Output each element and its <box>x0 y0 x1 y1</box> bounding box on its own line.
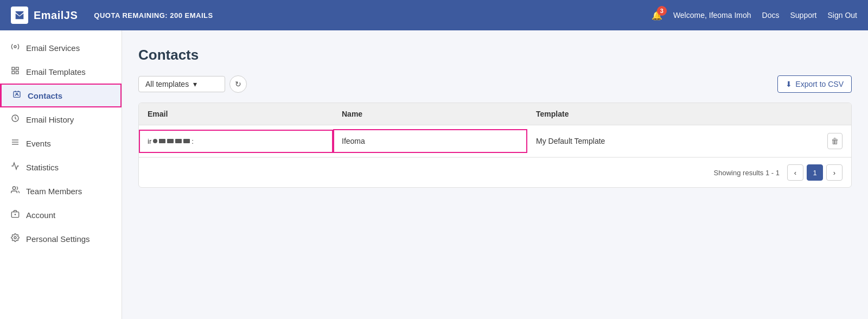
svg-point-12 <box>12 187 15 189</box>
contact-template: My Default Template <box>527 129 819 153</box>
svg-rect-4 <box>16 71 18 74</box>
svg-point-16 <box>14 237 16 239</box>
toolbar-left: All templates ▾ ↻ <box>138 75 247 93</box>
personal-settings-icon <box>11 233 20 244</box>
rect4 <box>183 139 190 143</box>
quota-text: QUOTA REMAINING: 200 EMAILS <box>94 11 652 20</box>
col-header-template: Template <box>527 103 819 125</box>
chevron-down-icon: ▾ <box>193 80 197 88</box>
contacts-table: Email Name Template ir : <box>138 103 852 188</box>
sidebar-label-contacts: Contacts <box>28 91 62 100</box>
sidebar-item-contacts[interactable]: Contacts <box>0 84 122 107</box>
contact-email: ir : <box>139 130 333 153</box>
sidebar-label-email-services: Email Services <box>26 43 80 53</box>
page-1-button[interactable]: 1 <box>807 164 823 181</box>
toolbar: All templates ▾ ↻ ⬇ Export to CSV <box>138 75 852 93</box>
sidebar-label-statistics: Statistics <box>26 163 59 172</box>
col-header-email: Email <box>139 103 333 125</box>
sidebar-item-team-members[interactable]: Team Members <box>0 179 122 203</box>
email-history-icon <box>11 114 20 125</box>
account-icon <box>11 209 20 220</box>
showing-results-text: Showing results 1 - 1 <box>714 169 780 177</box>
logo-text: EmailJS <box>34 9 78 22</box>
masked-email: ir : <box>148 137 324 145</box>
sidebar: Email Services Email Templates Contacts … <box>0 30 122 319</box>
rect1 <box>159 139 165 143</box>
rect3 <box>175 139 182 143</box>
svg-rect-1 <box>12 67 15 70</box>
team-members-icon <box>11 186 20 196</box>
svg-rect-3 <box>12 71 15 74</box>
svg-rect-2 <box>16 67 18 70</box>
welcome-text: Welcome, Ifeoma Imoh <box>673 11 751 20</box>
signout-link[interactable]: Sign Out <box>828 11 857 20</box>
template-filter-label: All templates <box>145 80 189 88</box>
pagination: Showing results 1 - 1 ‹ 1 › <box>139 157 851 187</box>
header-right: 🔔 3 Welcome, Ifeoma Imoh Docs Support Si… <box>652 10 857 21</box>
docs-link[interactable]: Docs <box>762 11 780 20</box>
layout: Email Services Email Templates Contacts … <box>0 30 868 319</box>
sidebar-label-email-templates: Email Templates <box>26 67 86 76</box>
svg-point-0 <box>14 46 16 48</box>
statistics-icon <box>11 162 20 173</box>
col-header-actions <box>819 103 851 125</box>
col-header-name: Name <box>333 103 527 125</box>
table-row: ir : Ifeoma My Default Template 🗑 <box>139 125 851 157</box>
email-services-icon <box>11 42 20 53</box>
email-templates-icon <box>11 66 20 77</box>
sidebar-item-events[interactable]: Events <box>0 131 122 155</box>
trash-icon: 🗑 <box>831 137 839 145</box>
support-link[interactable]: Support <box>790 11 816 20</box>
contacts-icon <box>12 90 21 101</box>
prev-page-button[interactable]: ‹ <box>787 164 803 181</box>
notification-bell[interactable]: 🔔 3 <box>652 10 662 21</box>
download-icon: ⬇ <box>786 80 792 88</box>
refresh-button[interactable]: ↻ <box>229 75 247 93</box>
rect2 <box>167 139 174 143</box>
sidebar-label-account: Account <box>26 210 55 220</box>
sidebar-item-email-templates[interactable]: Email Templates <box>0 60 122 84</box>
sidebar-item-personal-settings[interactable]: Personal Settings <box>0 227 122 251</box>
template-filter-select[interactable]: All templates ▾ <box>138 76 225 92</box>
sidebar-item-account[interactable]: Account <box>0 203 122 227</box>
app-header: EmailJS QUOTA REMAINING: 200 EMAILS 🔔 3 … <box>0 0 868 30</box>
logo: EmailJS <box>11 7 78 24</box>
sidebar-item-email-services[interactable]: Email Services <box>0 36 122 60</box>
main-content: Contacts All templates ▾ ↻ ⬇ Export to C… <box>122 30 868 319</box>
delete-contact-button[interactable]: 🗑 <box>827 133 843 149</box>
refresh-icon: ↻ <box>235 80 241 88</box>
table-header: Email Name Template <box>139 103 851 125</box>
notification-count: 3 <box>657 6 667 16</box>
sidebar-label-team-members: Team Members <box>26 187 82 196</box>
next-page-button[interactable]: › <box>826 164 843 181</box>
logo-icon <box>11 7 28 24</box>
export-label: Export to CSV <box>795 80 844 88</box>
sidebar-label-personal-settings: Personal Settings <box>26 234 90 244</box>
sidebar-label-email-history: Email History <box>26 115 74 124</box>
sidebar-label-events: Events <box>26 139 51 148</box>
page-title: Contacts <box>138 47 852 63</box>
events-icon <box>11 138 20 149</box>
table-actions-cell: 🗑 <box>819 125 851 157</box>
dot1 <box>153 139 157 143</box>
export-csv-button[interactable]: ⬇ Export to CSV <box>777 75 852 93</box>
sidebar-item-email-history[interactable]: Email History <box>0 107 122 131</box>
sidebar-item-statistics[interactable]: Statistics <box>0 155 122 179</box>
contact-name: Ifeoma <box>333 129 527 153</box>
